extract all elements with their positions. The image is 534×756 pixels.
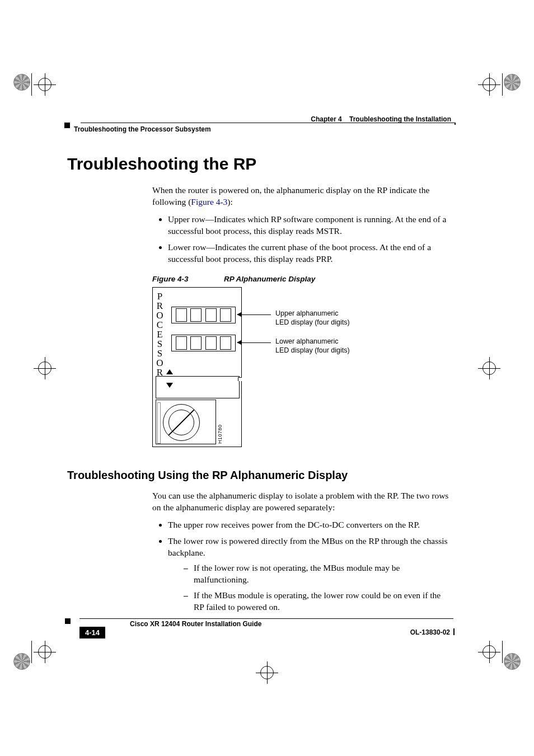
- running-head-right: Chapter 4 Troubleshooting the Installati…: [311, 115, 451, 123]
- list-item-text: The lower row is powered directly from t…: [168, 536, 448, 557]
- running-head-left: Troubleshooting the Processor Subsystem: [74, 125, 211, 133]
- registration-mark: [34, 73, 56, 96]
- figure-crossref-link[interactable]: Figure 4-3: [191, 197, 227, 206]
- pin-strip: [157, 402, 161, 444]
- heading-2: Troubleshooting Using the RP Alphanumeri…: [67, 469, 348, 482]
- figure-title: RP Alphanumeric Display: [224, 275, 315, 283]
- doc-id-bar: [453, 628, 455, 635]
- dash-list: If the lower row is not operating, the M…: [168, 562, 449, 614]
- registration-mark: [256, 661, 278, 684]
- callout-upper: Upper alphanumeric LED display (four dig…: [275, 309, 350, 327]
- list-item: If the lower row is not operating, the M…: [184, 562, 449, 586]
- registration-mark: [34, 641, 56, 663]
- upper-led-row: [171, 307, 236, 323]
- doc-id: OL-13830-02: [410, 628, 450, 636]
- list-item: Upper row—Indicates which RP software co…: [168, 214, 449, 237]
- intro-text-post: ):: [227, 197, 232, 206]
- body-block-2: You can use the alphanumeric display to …: [152, 490, 449, 618]
- paragraph: You can use the alphanumeric display to …: [152, 490, 449, 514]
- callout-arrow: [237, 314, 271, 315]
- figure-label: Figure 4-3: [152, 275, 189, 283]
- chapter-title: Troubleshooting the Installation: [349, 115, 451, 123]
- bullet-list-1: Upper row—Indicates which RP software co…: [152, 214, 449, 265]
- callout-line: LED display (four digits): [275, 346, 350, 355]
- registration-color-spot: [504, 653, 521, 670]
- rp-faceplate: PROCESSOR: [152, 287, 242, 447]
- panel-notch: [238, 377, 242, 381]
- crop-mark: [31, 73, 32, 96]
- crop-mark: [502, 73, 503, 96]
- list-item: The lower row is powered directly from t…: [168, 536, 449, 614]
- footer-accent-box: [65, 618, 71, 624]
- callout-lower: Lower alphanumeric LED display (four dig…: [275, 337, 350, 355]
- page-number: 4-14: [79, 627, 105, 638]
- crop-mark: [31, 641, 32, 663]
- heading-1: Troubleshooting the RP: [67, 154, 256, 173]
- figure-diagram: PROCESSOR Upper alphanumeric LED display…: [152, 287, 399, 449]
- registration-color-spot: [13, 74, 30, 91]
- list-item: If the MBus module is operating, the low…: [184, 590, 449, 613]
- header-accent-box: [64, 123, 70, 128]
- registration-color-spot: [13, 653, 30, 670]
- lower-led-row: [171, 335, 236, 351]
- registration-mark: [478, 73, 500, 96]
- header-rule-end: [452, 123, 456, 125]
- up-arrow-icon: [166, 369, 173, 374]
- registration-mark: [478, 641, 500, 663]
- page: Chapter 4 Troubleshooting the Installati…: [0, 0, 534, 756]
- footer-guide-title: Cisco XR 12404 Router Installation Guide: [130, 620, 261, 628]
- callout-line: Upper alphanumeric: [275, 309, 350, 318]
- callout-arrow: [237, 342, 271, 343]
- down-arrow-icon: [166, 383, 173, 388]
- processor-label: PROCESSOR: [156, 291, 165, 369]
- chapter-number: Chapter 4: [311, 115, 341, 123]
- body-block-1: When the router is powered on, the alpha…: [152, 185, 449, 270]
- crop-mark: [502, 641, 503, 663]
- bullet-list-2: The upper row receives power from the DC…: [152, 519, 449, 613]
- figure-id: H10780: [217, 424, 223, 444]
- list-item: The upper row receives power from the DC…: [168, 519, 449, 531]
- callout-line: LED display (four digits): [275, 318, 350, 327]
- footer-rule: [79, 618, 453, 619]
- list-item: Lower row—Indicates the current phase of…: [168, 242, 449, 265]
- connector-circle: [163, 404, 200, 441]
- registration-mark: [34, 357, 56, 379]
- registration-color-spot: [504, 74, 521, 91]
- callout-line: Lower alphanumeric: [275, 337, 350, 346]
- registration-mark: [478, 357, 500, 379]
